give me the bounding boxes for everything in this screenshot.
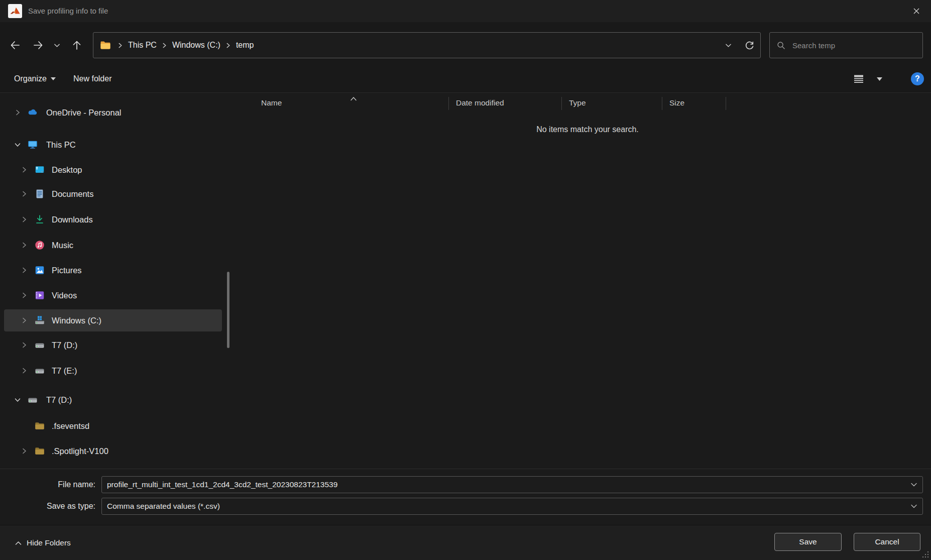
file-name-input[interactable]: profile_rt_multi_int_test_1cd1_2cd4_3cd2… bbox=[101, 476, 923, 493]
column-separator[interactable] bbox=[662, 97, 662, 110]
file-name-dropdown-chevron-icon[interactable] bbox=[910, 476, 918, 493]
sidebar-item-t7-d[interactable]: T7 (D:) bbox=[4, 389, 222, 411]
sidebar-item-t7-d[interactable]: T7 (D:) bbox=[4, 334, 222, 356]
recent-locations-button[interactable] bbox=[48, 35, 65, 55]
chevron-right-icon[interactable] bbox=[21, 242, 28, 249]
breadcrumb-item-windows-c[interactable]: Windows (C:) bbox=[170, 41, 222, 50]
music-icon bbox=[34, 240, 45, 251]
back-button[interactable] bbox=[5, 35, 25, 55]
sidebar-item-spotlight-v100[interactable]: .Spotlight-V100 bbox=[4, 440, 222, 462]
chevron-right-icon[interactable] bbox=[21, 166, 28, 173]
refresh-button[interactable] bbox=[745, 41, 754, 50]
chevron-right-icon[interactable] bbox=[21, 317, 28, 324]
matlab-app-icon bbox=[8, 4, 22, 18]
sidebar-item-this-pc[interactable]: This PC bbox=[4, 134, 222, 156]
view-mode-button[interactable] bbox=[853, 65, 865, 92]
new-folder-label: New folder bbox=[73, 74, 111, 83]
search-input[interactable]: Search temp bbox=[792, 41, 835, 50]
save-button[interactable]: Save bbox=[774, 533, 842, 551]
sidebar-item-label: Desktop bbox=[52, 159, 82, 181]
sort-ascending-icon bbox=[350, 94, 357, 103]
sidebar-item-onedrive-personal[interactable]: OneDrive - Personal bbox=[4, 101, 222, 124]
sidebar-item-label: This PC bbox=[46, 134, 76, 156]
sidebar-item-videos[interactable]: Videos bbox=[4, 284, 222, 306]
help-button[interactable]: ? bbox=[911, 65, 924, 92]
sidebar-item-windows-c[interactable]: Windows (C:) bbox=[4, 309, 222, 331]
close-button[interactable] bbox=[902, 0, 931, 22]
close-icon bbox=[912, 7, 921, 16]
breadcrumb-item-temp[interactable]: temp bbox=[234, 41, 256, 50]
sidebar-item-label: T7 (D:) bbox=[52, 334, 77, 356]
chevron-right-icon[interactable] bbox=[21, 216, 28, 223]
sidebar-item-t7-e[interactable]: T7 (E:) bbox=[4, 360, 222, 382]
this-pc-icon bbox=[27, 139, 38, 150]
sidebar-item-label: Downloads bbox=[52, 208, 93, 231]
sidebar-scrollbar[interactable] bbox=[227, 272, 229, 348]
organize-label: Organize bbox=[14, 74, 47, 83]
file-name-label: File name: bbox=[0, 476, 95, 493]
chevron-down-icon[interactable] bbox=[14, 396, 21, 403]
breadcrumb-chevron-icon[interactable] bbox=[114, 43, 126, 48]
view-mode-dropdown[interactable] bbox=[877, 65, 882, 92]
sidebar-item-label: Music bbox=[52, 234, 73, 256]
cancel-button[interactable]: Cancel bbox=[854, 533, 920, 551]
column-header-size[interactable]: Size bbox=[669, 95, 684, 111]
chevron-down-icon[interactable] bbox=[14, 141, 21, 148]
details-view-icon bbox=[853, 73, 865, 85]
save-as-type-select[interactable]: Comma separated values (*.csv) bbox=[101, 498, 923, 515]
chevron-right-icon[interactable] bbox=[21, 447, 28, 455]
column-separator[interactable] bbox=[726, 97, 726, 110]
address-bar[interactable]: This PC Windows (C:) temp bbox=[93, 32, 761, 58]
sidebar-item-documents[interactable]: Documents bbox=[4, 183, 222, 205]
column-header-date-modified[interactable]: Date modified bbox=[456, 95, 504, 111]
hide-folders-label: Hide Folders bbox=[27, 538, 71, 547]
forward-button[interactable] bbox=[28, 35, 48, 55]
breadcrumb-chevron-icon[interactable] bbox=[222, 43, 234, 48]
address-dropdown-button[interactable] bbox=[725, 42, 732, 49]
caret-down-icon bbox=[51, 77, 56, 80]
up-arrow-icon bbox=[71, 40, 82, 51]
column-header-name[interactable]: Name bbox=[261, 95, 282, 111]
sidebar-item-desktop[interactable]: Desktop bbox=[4, 159, 222, 181]
organize-button[interactable]: Organize bbox=[14, 65, 56, 92]
sidebar-item-label: OneDrive - Personal bbox=[46, 101, 121, 124]
sidebar-item-fseventsd[interactable]: .fseventsd bbox=[4, 415, 222, 437]
search-box[interactable]: Search temp bbox=[769, 32, 923, 58]
folder-icon bbox=[34, 445, 45, 457]
sidebar-item-label: T7 (D:) bbox=[46, 389, 72, 411]
chevron-right-icon[interactable] bbox=[21, 292, 28, 299]
breadcrumb-chevron-icon[interactable] bbox=[159, 43, 170, 48]
save-as-type-chevron-icon[interactable] bbox=[910, 498, 918, 515]
sidebar-item-label: .Spotlight-V100 bbox=[52, 440, 108, 462]
sidebar-item-pictures[interactable]: Pictures bbox=[4, 259, 222, 281]
chevron-right-icon[interactable] bbox=[21, 190, 28, 197]
breadcrumb-item-this-pc[interactable]: This PC bbox=[126, 41, 159, 50]
folder-icon bbox=[34, 420, 45, 431]
windows-drive-icon bbox=[34, 315, 45, 326]
forward-arrow-icon bbox=[33, 40, 44, 51]
save-dialog-window: Save profiling info to file bbox=[0, 0, 931, 560]
chevron-down-icon bbox=[725, 42, 732, 49]
empty-list-message: No items match your search. bbox=[527, 125, 648, 134]
desktop-icon bbox=[34, 164, 45, 175]
file-fields-section: File name: profile_rt_multi_int_test_1cd… bbox=[0, 469, 931, 525]
pictures-icon bbox=[34, 265, 45, 276]
column-separator[interactable] bbox=[448, 97, 449, 110]
chevron-right-icon[interactable] bbox=[21, 342, 28, 349]
hide-folders-button[interactable]: Hide Folders bbox=[12, 534, 74, 552]
sidebar-item-downloads[interactable]: Downloads bbox=[4, 208, 222, 231]
chevron-right-icon[interactable] bbox=[14, 109, 21, 116]
chevron-right-icon[interactable] bbox=[21, 367, 28, 374]
caret-down-icon bbox=[877, 77, 882, 81]
resize-grip[interactable] bbox=[922, 551, 929, 558]
sidebar-item-music[interactable]: Music bbox=[4, 234, 222, 256]
up-button[interactable] bbox=[67, 35, 87, 55]
new-folder-button[interactable]: New folder bbox=[73, 65, 111, 92]
chevron-down-icon bbox=[54, 42, 60, 49]
column-separator[interactable] bbox=[561, 97, 562, 110]
chevron-right-icon[interactable] bbox=[21, 267, 28, 274]
external-drive-icon bbox=[34, 365, 45, 376]
sidebar-item-label: Videos bbox=[52, 284, 77, 306]
column-header-type[interactable]: Type bbox=[569, 95, 586, 111]
external-drive-icon bbox=[34, 340, 45, 351]
